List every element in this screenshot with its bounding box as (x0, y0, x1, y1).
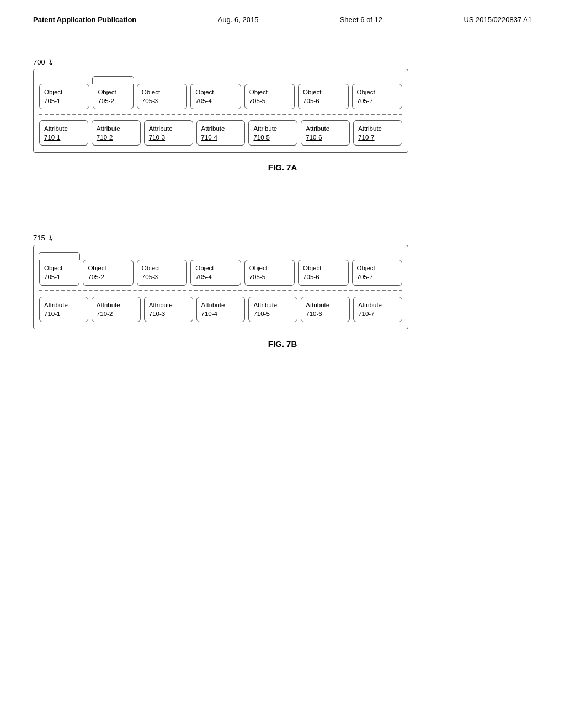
header-patent-number: US 2015/0220837 A1 (463, 15, 532, 24)
fig7a-ref-number: 700 (33, 58, 45, 66)
fig7a-object-2: Object 705-2 (93, 84, 133, 109)
page-header: Patent Application Publication Aug. 6, 2… (0, 0, 565, 24)
fig7b-attr-6: Attribute 710-6 (301, 297, 350, 322)
fig7b-ref-number: 715 (33, 234, 45, 242)
fig7a-separator (39, 114, 402, 115)
fig7a-object-6: Object 705-6 (298, 84, 348, 109)
fig7a-diagram-box: Object 705-1 Object 705-2 Object 705-3 O… (33, 69, 408, 153)
fig7a-arrow-icon: ↘ (45, 56, 56, 68)
fig7a-object-3: Object 705-3 (137, 84, 187, 109)
header-sheet: Sheet 6 of 12 (340, 15, 382, 24)
fig7a-attr-7: Attribute 710-7 (353, 120, 402, 146)
fig7a-attributes-row: Attribute 710-1 Attribute 710-2 Attribut… (39, 120, 402, 146)
fig7a-attr-5: Attribute 710-5 (248, 120, 297, 146)
fig7a-object-5: Object 705-5 (244, 84, 295, 109)
fig7b-arrow-icon: ↘ (45, 232, 56, 244)
fig7b-object-5: Object 705-5 (244, 260, 295, 285)
fig7a-attr-6: Attribute 710-6 (301, 120, 350, 146)
fig7b-objects-row: Object 705-1 Object 705-2 Object 705-3 O… (39, 252, 402, 285)
figure-7a-section: 700 ↘ Object 705-1 Object 705-2 Object 7… (0, 40, 565, 172)
fig7b-object-4: Object 705-4 (190, 260, 241, 285)
fig7b-attr-4: Attribute 710-4 (196, 297, 246, 322)
fig7b-attr-1: Attribute 710-1 (39, 297, 88, 322)
fig7b-separator (39, 290, 402, 291)
header-date: Aug. 6, 2015 (218, 15, 259, 24)
fig7b-attributes-row: Attribute 710-1 Attribute 710-2 Attribut… (39, 297, 402, 322)
fig7b-object-6: Object 705-6 (298, 260, 348, 285)
fig7a-object-7: Object 705-7 (352, 84, 402, 109)
fig7a-attr-2: Attribute 710-2 (92, 120, 141, 146)
fig7b-object-1-tab (39, 252, 80, 260)
fig7b-attr-3: Attribute 710-3 (144, 297, 193, 322)
fig7a-attr-4: Attribute 710-4 (196, 120, 246, 146)
fig7b-attr-2: Attribute 710-2 (92, 297, 141, 322)
fig7b-object-1: Object 705-1 (39, 260, 79, 285)
fig7a-ref-label: 700 ↘ (33, 57, 532, 67)
fig7a-object-2-tab (92, 76, 134, 84)
fig7a-object-1: Object 705-1 (39, 84, 89, 109)
fig7a-attr-1: Attribute 710-1 (39, 120, 88, 146)
fig7a-caption: FIG. 7A (33, 163, 532, 172)
fig7b-object-3: Object 705-3 (137, 260, 187, 285)
figure-7b-section: 715 ↘ Object 705-1 Object 705-2 Object 7… (0, 216, 565, 348)
fig7b-diagram-box: Object 705-1 Object 705-2 Object 705-3 O… (33, 245, 408, 329)
fig7a-objects-row: Object 705-1 Object 705-2 Object 705-3 O… (39, 76, 402, 109)
fig7b-object-7: Object 705-7 (352, 260, 402, 285)
fig7b-attr-7: Attribute 710-7 (353, 297, 402, 322)
fig7b-ref-label: 715 ↘ (33, 233, 532, 243)
fig7b-object-1-wrapper: Object 705-1 (39, 260, 79, 285)
fig7a-object-2-wrapper: Object 705-2 (93, 84, 133, 109)
fig7b-object-2: Object 705-2 (83, 260, 133, 285)
header-publication-label: Patent Application Publication (33, 15, 136, 24)
fig7a-object-4: Object 705-4 (190, 84, 241, 109)
fig7b-attr-5: Attribute 710-5 (248, 297, 297, 322)
fig7b-caption: FIG. 7B (33, 339, 532, 349)
fig7a-attr-3: Attribute 710-3 (144, 120, 193, 146)
